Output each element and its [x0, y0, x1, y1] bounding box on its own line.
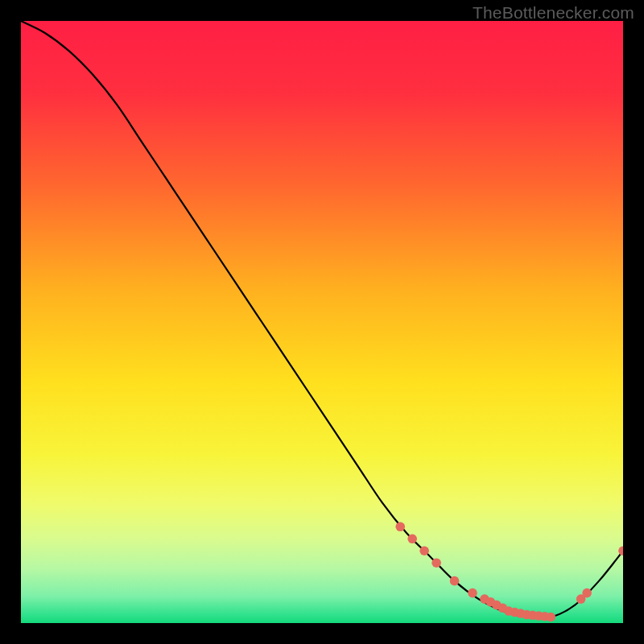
- marker-dot: [450, 576, 460, 586]
- marker-dot: [468, 588, 477, 598]
- chart-stage: TheBottlenecker.com: [0, 0, 644, 644]
- marker-dot: [582, 588, 592, 598]
- marker-dot: [431, 558, 441, 568]
- watermark-text: TheBottlenecker.com: [473, 3, 634, 23]
- marker-dot: [407, 534, 417, 543]
- chart-svg: [21, 21, 623, 623]
- marker-dot: [395, 522, 405, 532]
- chart-plot: [21, 21, 623, 623]
- marker-dot: [546, 613, 555, 622]
- marker-dot: [419, 546, 429, 555]
- gradient-background: [21, 21, 623, 623]
